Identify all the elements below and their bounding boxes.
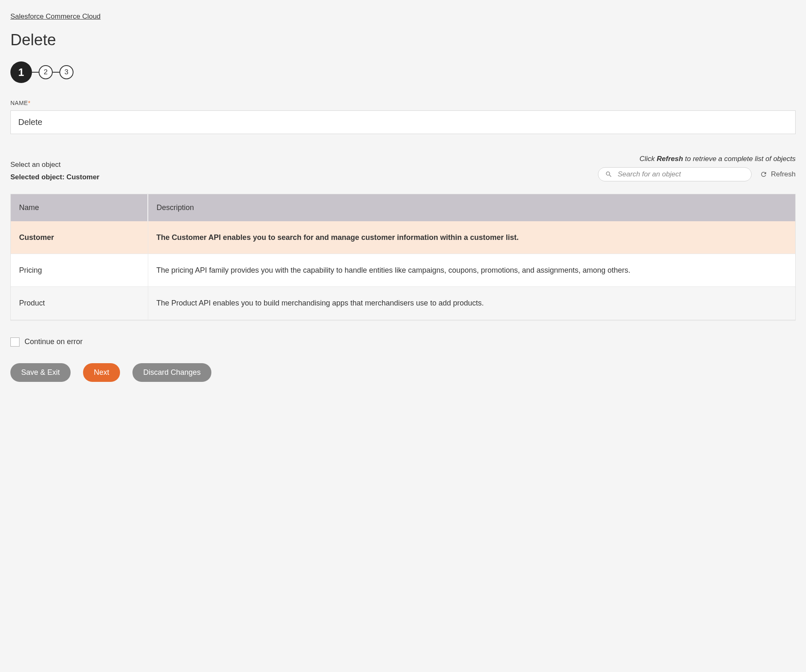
table-row[interactable]: Pricing The pricing API family provides … <box>11 254 795 287</box>
table-header-name: Name <box>11 194 148 221</box>
step-connector <box>53 72 59 73</box>
cell-name: Customer <box>11 221 148 254</box>
step-2[interactable]: 2 <box>39 65 53 79</box>
step-1[interactable]: 1 <box>10 61 32 83</box>
table-row[interactable]: Product The Product API enables you to b… <box>11 287 795 320</box>
refresh-hint: Click Refresh to retrieve a complete lis… <box>598 155 796 163</box>
search-icon <box>605 171 612 178</box>
continue-on-error-label[interactable]: Continue on error <box>24 337 83 346</box>
page-title: Delete <box>10 31 796 49</box>
next-button[interactable]: Next <box>83 363 120 382</box>
refresh-icon <box>760 171 767 178</box>
name-input[interactable] <box>10 110 796 134</box>
cell-name: Product <box>11 287 148 320</box>
table-row[interactable]: Customer The Customer API enables you to… <box>11 221 795 254</box>
search-input[interactable] <box>617 170 745 178</box>
table-header-description: Description <box>148 194 795 221</box>
cell-description: The Product API enables you to build mer… <box>148 287 795 320</box>
search-box[interactable] <box>598 167 752 181</box>
selected-object-label: Selected object: Customer <box>10 173 590 181</box>
name-label: NAME* <box>10 100 796 106</box>
cell-description: The pricing API family provides you with… <box>148 254 795 287</box>
continue-on-error-checkbox[interactable] <box>10 337 20 347</box>
refresh-label: Refresh <box>771 170 796 178</box>
select-object-hint: Select an object <box>10 161 590 169</box>
cell-description: The Customer API enables you to search f… <box>148 221 795 254</box>
step-3[interactable]: 3 <box>59 65 73 79</box>
cell-name: Pricing <box>11 254 148 287</box>
stepper: 1 2 3 <box>10 61 796 83</box>
refresh-button[interactable]: Refresh <box>760 170 796 178</box>
object-table: Name Description Customer The Customer A… <box>10 194 796 321</box>
breadcrumb-link[interactable]: Salesforce Commerce Cloud <box>10 12 100 21</box>
required-indicator: * <box>28 100 30 106</box>
save-exit-button[interactable]: Save & Exit <box>10 363 71 382</box>
discard-button[interactable]: Discard Changes <box>132 363 211 382</box>
step-connector <box>32 72 39 73</box>
